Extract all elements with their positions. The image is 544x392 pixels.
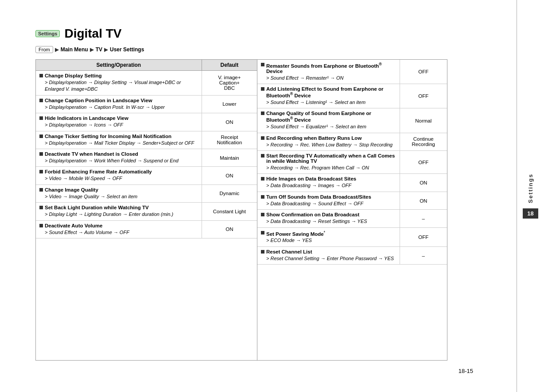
left-table-row: Set Back Light Duration while Watching T… [36,203,257,220]
left-row-default: ON [202,113,257,131]
right-row-operation: Show Confirmation on Data Broadcast> Dat… [257,210,400,227]
right-row-default: OFF [400,84,447,108]
left-row-operation: Deactivate TV when Handset is Closed> Di… [36,149,202,166]
bullet-icon [261,177,264,181]
breadcrumb-arrow-2: ▶ [90,46,94,53]
right-table-row: End Recording when Battery Runs Low> Rec… [257,133,447,150]
left-table-row: Hide Indicators in Landscape View> Displ… [36,113,257,131]
bullet-icon [261,213,264,216]
left-table-row: Change Caption Position in Landscape Vie… [36,95,257,113]
left-row-operation: Change Display Setting> Display/operatio… [36,71,202,96]
left-row-default: ON [202,220,257,238]
bullet-icon [261,136,264,140]
right-row-operation: Change Quality of Sound from Earphone or… [257,108,400,133]
right-table-row: Remaster Sounds from Earphone or Bluetoo… [257,60,447,84]
left-row-default: Constant Light [202,203,257,220]
left-table-row: Change Ticker Setting for Incoming Mail … [36,131,257,149]
right-row-operation: Set Power Saving Mode²> ECO Mode → YES [257,227,400,246]
breadcrumb: From ▶ Main Menu ▶ TV ▶ User Settings [35,46,509,53]
left-table-row: Deactivate TV when Handset is Closed> Di… [36,149,257,166]
right-row-default: – [400,210,447,227]
bottom-page-number: 18-15 [35,368,509,374]
right-row-default: ON [400,192,447,209]
right-table-row: Hide Images on Data Broadcast Sites> Dat… [257,174,447,192]
right-row-operation: Add Listening Effect to Sound from Earph… [257,84,400,108]
bullet-icon [39,224,43,227]
bullet-icon [261,231,264,234]
breadcrumb-main-menu: Main Menu [61,46,88,53]
right-row-default: OFF [400,227,447,246]
page-container: Settings Digital TV From ▶ Main Menu ▶ T… [0,0,544,392]
left-table-row: Forbid Enhancing Frame Rate Automaticall… [36,167,257,184]
page-title: Digital TV [64,27,121,41]
left-row-operation: Deactivate Auto Volume> Sound Effect → A… [36,220,202,238]
right-row-operation: Start Recording TV Automatically when a … [257,151,400,174]
left-row-operation: Change Image Quality> Video → Image Qual… [36,184,202,202]
bullet-icon [39,206,43,209]
bullet-icon [261,154,264,158]
left-row-operation: Change Caption Position in Landscape Vie… [36,95,202,113]
right-table-row: Reset Channel List> Reset Channel Settin… [257,246,447,264]
right-row-default: Normal [400,108,447,133]
right-row-operation: Remaster Sounds from Earphone or Bluetoo… [257,60,400,84]
right-row-operation: Hide Images on Data Broadcast Sites> Dat… [257,174,400,192]
breadcrumb-user-settings: User Settings [110,46,144,53]
right-table-row: Start Recording TV Automatically when a … [257,151,447,174]
right-table-row: Show Confirmation on Data Broadcast> Dat… [257,210,447,227]
left-row-default: ON [202,167,257,184]
bullet-icon [261,250,264,254]
left-col1-header: Setting/Operation [36,60,202,71]
sidebar-page-number: 18 [523,208,538,219]
breadcrumb-tv: TV [96,46,102,53]
left-table-row: Change Image Quality> Video → Image Qual… [36,184,257,202]
right-table-wrap: Remaster Sounds from Earphone or Bluetoo… [257,59,447,361]
breadcrumb-from: From [35,46,53,53]
bullet-icon [39,74,43,77]
main-content: Setting/Operation Default Change Display… [35,59,509,361]
right-row-default: OFF [400,151,447,174]
settings-badge: Settings [35,30,60,37]
right-sidebar: Settings 18 [517,0,544,392]
left-table-row: Deactivate Auto Volume> Sound Effect → A… [36,220,257,238]
bullet-icon [39,135,43,138]
left-col2-header: Default [202,60,257,71]
page-title-row: Settings Digital TV [35,27,509,41]
breadcrumb-arrow-3: ▶ [104,46,108,53]
left-row-default: Lower [202,95,257,113]
left-table-wrap: Setting/Operation Default Change Display… [35,59,257,361]
right-table: Remaster Sounds from Earphone or Bluetoo… [257,60,447,265]
bullet-icon [261,195,264,199]
right-table-row: Add Listening Effect to Sound from Earph… [257,84,447,108]
bullet-icon [39,188,43,192]
bullet-icon [261,63,264,66]
left-row-operation: Change Ticker Setting for Incoming Mail … [36,131,202,149]
bullet-icon [261,87,264,91]
left-row-default: Dynamic [202,184,257,202]
right-table-row: Turn Off Sounds from Data Broadcast/Site… [257,192,447,209]
left-table: Setting/Operation Default Change Display… [36,60,257,238]
right-table-row: Set Power Saving Mode²> ECO Mode → YESOF… [257,227,447,246]
right-table-row: Change Quality of Sound from Earphone or… [257,108,447,133]
breadcrumb-arrow-1: ▶ [55,46,59,53]
sidebar-settings-label: Settings [527,173,534,203]
bullet-icon [261,111,264,115]
left-row-operation: Forbid Enhancing Frame Rate Automaticall… [36,167,202,184]
left-table-header: Setting/Operation Default [36,60,257,71]
right-row-operation: Reset Channel List> Reset Channel Settin… [257,246,400,264]
bullet-icon [39,152,43,156]
left-row-operation: Set Back Light Duration while Watching T… [36,203,202,220]
bullet-icon [39,170,43,173]
left-row-default: Maintain [202,149,257,166]
right-row-operation: End Recording when Battery Runs Low> Rec… [257,133,400,150]
right-row-default: ON [400,174,447,192]
left-row-default: V. image+ Caption+ DBC [202,71,257,96]
left-row-operation: Hide Indicators in Landscape View> Displ… [36,113,202,131]
left-table-row: Change Display Setting> Display/operatio… [36,71,257,96]
right-row-default: Continue Recording [400,133,447,150]
bullet-icon [39,99,43,102]
left-row-default: Receipt Notification [202,131,257,149]
bullet-icon [39,116,43,120]
right-row-default: OFF [400,60,447,84]
right-row-default: – [400,246,447,264]
right-row-operation: Turn Off Sounds from Data Broadcast/Site… [257,192,400,209]
